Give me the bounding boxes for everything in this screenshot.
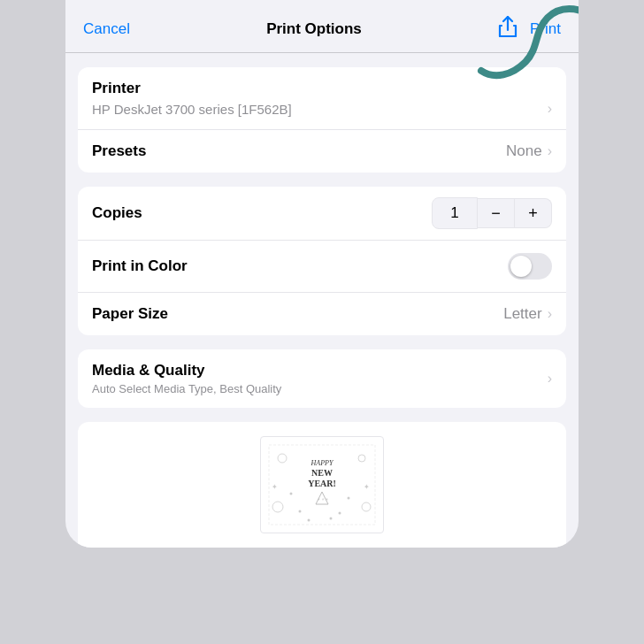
media-quality-title: Media & Quality bbox=[92, 362, 542, 380]
print-preview-thumbnail: HAPPY NEW YEAR! ✦ ✦ * * * bbox=[260, 436, 384, 533]
svg-point-18 bbox=[330, 518, 333, 520]
paper-size-chevron-icon: › bbox=[548, 306, 552, 322]
presets-value-group: None › bbox=[506, 142, 552, 160]
print-preview-section: HAPPY NEW YEAR! ✦ ✦ * * * bbox=[78, 422, 566, 548]
copies-controls: 1 − + bbox=[432, 197, 552, 229]
printer-name: HP DeskJet 3700 series [1F562B] bbox=[92, 102, 542, 117]
svg-text:YEAR!: YEAR! bbox=[308, 479, 336, 488]
svg-point-15 bbox=[299, 510, 302, 513]
copies-label: Copies bbox=[92, 204, 142, 222]
cancel-button[interactable]: Cancel bbox=[83, 20, 130, 38]
printer-chevron-icon: › bbox=[548, 101, 552, 117]
presets-row[interactable]: Presets None › bbox=[78, 130, 566, 172]
paper-size-row[interactable]: Paper Size Letter › bbox=[78, 293, 566, 335]
paper-size-value: Letter bbox=[503, 305, 541, 323]
media-quality-row[interactable]: Media & Quality Auto Select Media Type, … bbox=[78, 349, 566, 408]
print-in-color-label: Print in Color bbox=[92, 257, 188, 275]
copies-row: Copies 1 − + bbox=[78, 187, 566, 241]
copies-decrement-button[interactable]: − bbox=[478, 198, 515, 228]
media-quality-section: Media & Quality Auto Select Media Type, … bbox=[78, 349, 566, 408]
svg-text:✦: ✦ bbox=[364, 483, 370, 491]
presets-chevron-icon: › bbox=[548, 143, 552, 159]
svg-point-13 bbox=[290, 493, 293, 495]
arrow-annotation bbox=[472, 0, 579, 93]
svg-text:✦: ✦ bbox=[272, 483, 278, 491]
presets-value: None bbox=[506, 142, 542, 160]
page-title: Print Options bbox=[266, 20, 362, 38]
media-quality-content: Media & Quality Auto Select Media Type, … bbox=[92, 362, 542, 395]
svg-text:NEW: NEW bbox=[311, 468, 333, 478]
print-in-color-toggle[interactable] bbox=[508, 253, 552, 280]
media-quality-chevron-icon: › bbox=[548, 371, 552, 387]
paper-size-value-group: Letter › bbox=[503, 305, 552, 323]
svg-point-16 bbox=[339, 512, 341, 515]
options-section: Copies 1 − + Print in Color Paper Size L… bbox=[78, 187, 566, 335]
presets-label: Presets bbox=[92, 142, 146, 160]
svg-point-17 bbox=[308, 519, 310, 522]
paper-size-label: Paper Size bbox=[92, 305, 168, 323]
copies-value: 1 bbox=[432, 197, 478, 229]
print-in-color-row: Print in Color bbox=[78, 241, 566, 293]
svg-point-14 bbox=[348, 497, 350, 500]
preview-image: HAPPY NEW YEAR! ✦ ✦ * * * bbox=[264, 441, 380, 529]
media-quality-subtitle: Auto Select Media Type, Best Quality bbox=[92, 382, 542, 395]
svg-text:HAPPY: HAPPY bbox=[310, 459, 334, 467]
toggle-knob bbox=[510, 256, 532, 277]
copies-increment-button[interactable]: + bbox=[515, 198, 552, 228]
